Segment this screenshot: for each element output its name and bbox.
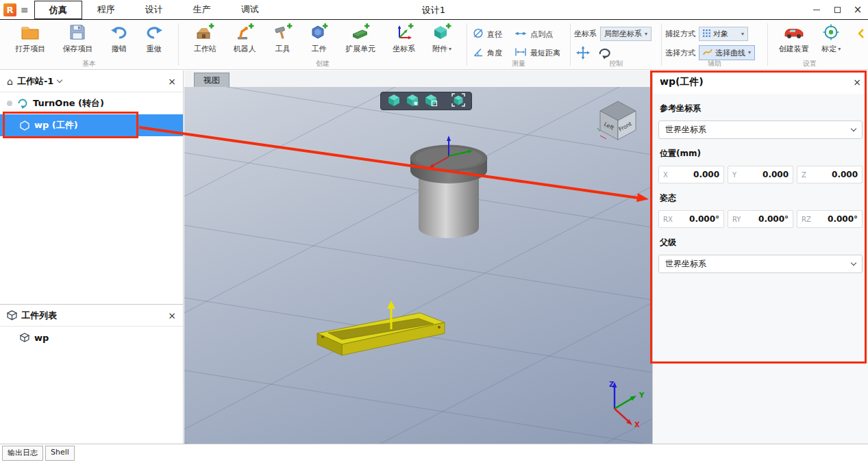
save-project-button[interactable]: 保存项目 — [60, 21, 95, 55]
minimize-button[interactable] — [806, 0, 827, 19]
box-icon — [7, 310, 17, 320]
viewport-3d: 视图 — [184, 71, 652, 444]
select-mode-value: 选择曲线 — [715, 48, 745, 58]
part-hexagon-icon — [309, 23, 328, 42]
properties-panel: wp(工件) × 参考坐标系 世界坐标系 位置(mm) X 0.000 Y 0.… — [652, 71, 868, 444]
calibration-label: 标定 — [821, 44, 836, 54]
part-list-item-wp[interactable]: wp — [0, 327, 183, 348]
reference-frame-select[interactable]: 世界坐标系 — [658, 120, 863, 139]
position-z-input[interactable]: Z 0.000 — [797, 166, 863, 183]
measure-min-distance-label: 最短距离 — [530, 48, 560, 58]
parent-select[interactable]: 世界坐标系 — [658, 255, 863, 273]
position-label: 位置(mm) — [660, 148, 861, 160]
chevron-down-icon[interactable] — [57, 77, 62, 83]
position-z-prefix: Z — [802, 171, 806, 179]
measure-min-distance-button[interactable]: 最短距离 — [514, 47, 565, 60]
create-robot-button[interactable]: 机器人 — [232, 21, 258, 55]
part-list-panel-close-icon[interactable]: × — [168, 311, 176, 320]
maximize-button[interactable] — [827, 0, 847, 19]
tree-item-turnone[interactable]: TurnOne (转台) — [0, 92, 183, 114]
create-part-button[interactable]: 工件 — [307, 21, 330, 55]
min-distance-icon — [514, 47, 527, 59]
chevron-down-icon[interactable]: ▾ — [838, 47, 841, 52]
tab-program[interactable]: 程序 — [82, 0, 130, 19]
tree-item-wp[interactable]: wp (工件) — [0, 114, 183, 136]
app-logo[interactable]: R — [3, 3, 16, 16]
point-to-point-icon — [514, 29, 527, 40]
pose-ry-value: 0.000° — [758, 214, 789, 224]
ribbon-group-control: 坐标系 局部坐标系 ▾ 控制 — [571, 20, 661, 69]
redo-button[interactable]: 重做 — [143, 21, 165, 55]
viewport-canvas[interactable]: Left Front — [184, 87, 652, 444]
part-list: wp — [0, 327, 183, 348]
tab-debug[interactable]: 调试 — [226, 0, 274, 19]
pose-rz-value: 0.000° — [828, 214, 858, 224]
undo-button[interactable]: 撤销 — [108, 21, 130, 55]
close-button[interactable]: × — [847, 0, 868, 19]
measure-diameter-label: 直径 — [487, 29, 502, 40]
collapse-ribbon-icon[interactable] — [858, 28, 865, 42]
properties-panel-body: 参考坐标系 世界坐标系 位置(mm) X 0.000 Y 0.000 Z 0.0… — [653, 94, 868, 444]
tab-design[interactable]: 设计 — [130, 0, 178, 19]
parent-value: 世界坐标系 — [665, 258, 706, 270]
home-icon: ⌂ — [7, 77, 13, 86]
tab-simulation[interactable]: 仿真 — [34, 1, 82, 19]
snap-mode-dropdown[interactable]: 对象 ▾ — [699, 27, 748, 41]
create-attachment-label: 附件 — [432, 44, 447, 54]
open-project-button[interactable]: 打开项目 — [13, 21, 47, 55]
position-y-prefix: Y — [732, 171, 736, 179]
view-iso-cube-icon[interactable] — [387, 93, 401, 110]
create-device-label: 创建装置 — [779, 44, 809, 54]
titlebar: R ≡ 仿真 程序 设计 生产 调试 设计1 × — [0, 0, 868, 20]
calibration-target-icon — [822, 23, 840, 42]
create-device-button[interactable]: 创建装置 — [777, 21, 811, 55]
shell-tab[interactable]: Shell — [45, 446, 75, 461]
create-frame-button[interactable]: 坐标系 — [390, 21, 417, 55]
create-attachment-button[interactable]: 附件▾ — [430, 21, 454, 55]
tree-item-label: wp (工件) — [34, 119, 78, 131]
output-log-tab[interactable]: 输出日志 — [2, 446, 43, 461]
ribbon-group-create: 工作站 机器人 工具 工件 扩展单元 — [179, 20, 467, 69]
select-mode-dropdown[interactable]: 选择曲线 ▾ — [699, 45, 755, 60]
chevron-down-icon: ▾ — [741, 31, 744, 37]
workstation-panel-close-icon[interactable]: × — [168, 77, 176, 86]
view-wire-cube-icon[interactable] — [424, 93, 438, 110]
local-frame-dropdown[interactable]: 局部坐标系 ▾ — [600, 27, 652, 41]
create-workstation-button[interactable]: 工作站 — [192, 21, 219, 55]
measure-point-to-point-button[interactable]: 点到点 — [514, 27, 565, 41]
create-extension-unit-button[interactable]: 扩展单元 — [343, 21, 377, 55]
ribbon-group-basic: 打开项目 保存项目 撤销 重做 基本 — [0, 20, 178, 69]
tree-expander[interactable] — [7, 101, 12, 106]
measure-angle-button[interactable]: 角度 — [473, 47, 506, 60]
triad-z-label: Z — [609, 381, 614, 388]
viewport-toolbar — [380, 92, 472, 110]
position-y-input[interactable]: Y 0.000 — [728, 166, 793, 183]
pose-ry-input[interactable]: RY 0.000° — [728, 210, 793, 228]
pose-label: 姿态 — [660, 192, 861, 204]
view-cube[interactable]: Left Front — [597, 99, 639, 144]
minimize-icon — [813, 10, 820, 10]
turntable-model[interactable] — [402, 135, 498, 279]
part-list-panel: 工件列表 × wp — [0, 304, 183, 348]
measure-diameter-button[interactable]: 直径 — [473, 27, 506, 41]
statusbar: 输出日志 Shell — [0, 444, 868, 471]
properties-panel-close-icon[interactable]: × — [853, 77, 861, 88]
calibration-button[interactable]: 标定▾ — [819, 21, 843, 55]
position-x-input[interactable]: X 0.000 — [658, 166, 724, 183]
create-frame-label: 坐标系 — [393, 44, 415, 54]
view-shaded-cube-icon[interactable] — [406, 93, 419, 110]
workpiece-model[interactable] — [310, 301, 456, 374]
pose-rx-input[interactable]: RX 0.000° — [658, 210, 724, 228]
viewport-tab-view[interactable]: 视图 — [194, 73, 230, 87]
pose-rz-input[interactable]: RZ 0.000° — [797, 210, 863, 228]
tab-production[interactable]: 生产 — [178, 0, 226, 19]
chevron-down-icon[interactable]: ▾ — [449, 47, 451, 52]
view-fit-cube-icon[interactable] — [451, 93, 465, 110]
hamburger-menu-icon[interactable]: ≡ — [21, 4, 29, 15]
measure-angle-label: 角度 — [487, 48, 502, 58]
triad-y-label: Y — [638, 392, 645, 399]
box-icon — [20, 333, 29, 342]
car-icon — [783, 23, 805, 42]
create-tool-button[interactable]: 工具 — [271, 21, 295, 55]
turntable-icon — [17, 98, 28, 109]
